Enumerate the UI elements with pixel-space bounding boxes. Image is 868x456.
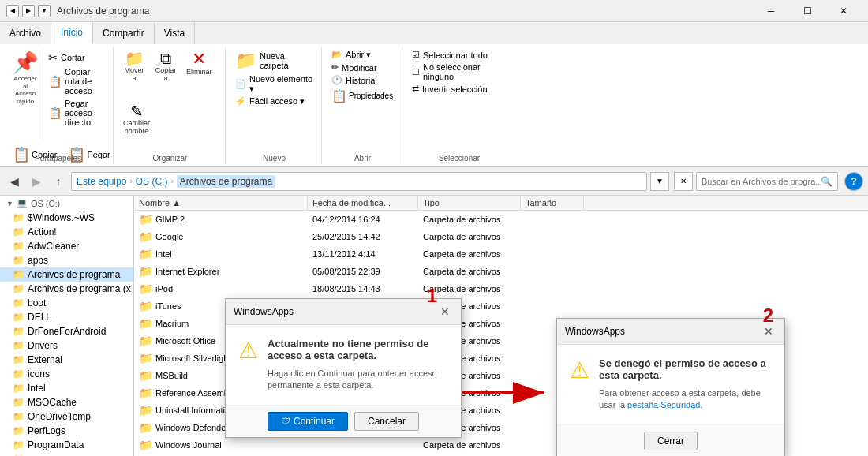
sidebar-item-action[interactable]: 📁 Action!	[0, 225, 133, 239]
sidebar-item-onedrivetemp[interactable]: 📁 OneDriveTemp	[0, 409, 133, 424]
sidebar-item-adwcleaner[interactable]: 📁 AdwCleaner	[0, 239, 133, 253]
back-icon[interactable]: ◀	[6, 5, 19, 17]
invertir-seleccion-button[interactable]: ⇄Invertir selección	[409, 83, 491, 95]
ribbon-content: 📌 Acceder alAcceso rápido ✂Cortar 📋Copia…	[0, 44, 868, 166]
sidebar-os-c-section[interactable]: ▼ 💻 OS (C:)	[0, 196, 133, 211]
sidebar-item-intel-label: Intel	[28, 383, 46, 394]
sidebar-item-apps[interactable]: 📁 apps	[0, 253, 133, 267]
breadcrumb-este-equipo[interactable]: Este equipo	[77, 176, 126, 187]
nav-bar: ◀ ▶ ↑ Este equipo › OS (C:) › Archivos d…	[0, 167, 868, 196]
sidebar-toggle: ▼	[6, 200, 13, 207]
dialog-1: WindowsApps ✕ ⚠ Actualmente no tiene per…	[225, 298, 462, 438]
back-nav-button[interactable]: ◀	[5, 172, 24, 191]
folder-icon: 📁	[139, 369, 152, 382]
minimize-button[interactable]: ─	[753, 0, 789, 22]
mover-button[interactable]: 📁 Movera	[120, 49, 148, 84]
no-seleccionar-button[interactable]: ☐No seleccionar ninguno	[409, 62, 510, 82]
sidebar-item-boot[interactable]: 📁 boot	[0, 296, 133, 310]
folder-icon: 📁	[13, 439, 24, 450]
copiar-button[interactable]: ✂Cortar	[45, 50, 108, 65]
cambiar-nombre-button[interactable]: ✎ Cambiarnombre	[120, 102, 153, 136]
sidebar-item-swindows[interactable]: 📁 $Windows.~WS	[0, 211, 133, 225]
facil-acceso-button[interactable]: ⚡Fácil acceso ▾	[232, 95, 308, 107]
propiedades-button[interactable]: 📋Propiedades	[328, 87, 396, 105]
breadcrumb-os-c[interactable]: OS (C:)	[136, 176, 168, 187]
organizar-content: 📁 Movera ⧉ Copiara ✕ Eliminar ✎ Cambiarn…	[120, 49, 220, 163]
tab-inicio[interactable]: Inicio	[51, 22, 93, 44]
dropdown-arrow-button[interactable]: ▼	[650, 172, 669, 191]
tab-compartir[interactable]: Compartir	[93, 22, 155, 44]
historial-button[interactable]: 🕐Historial	[328, 74, 380, 86]
maximize-button[interactable]: ☐	[789, 0, 825, 22]
continuar-button[interactable]: 🛡 Continuar	[268, 412, 348, 431]
folder-icon: 📁	[139, 213, 152, 226]
help-button[interactable]: ?	[844, 172, 863, 191]
shield-icon: 🛡	[281, 416, 290, 427]
col-nombre[interactable]: Nombre ▲	[134, 196, 308, 210]
abrir-content: 📂Abrir ▾ ✏Modificar 🕐Historial 📋Propieda…	[328, 49, 397, 163]
sidebar-item-perflogs[interactable]: 📁 PerfLogs	[0, 424, 133, 438]
up-nav-button[interactable]: ↑	[49, 172, 68, 191]
sidebar-item-archivos[interactable]: 📁 Archivos de programa	[0, 267, 133, 282]
sidebar-item-drfone[interactable]: 📁 DrFoneForAndroid	[0, 324, 133, 338]
sidebar-item-icons[interactable]: 📁 icons	[0, 367, 133, 381]
file-name: GIMP 2	[155, 215, 185, 224]
search-input[interactable]	[702, 177, 821, 186]
file-row[interactable]: 📁Google25/02/2015 14:42Carpeta de archiv…	[134, 228, 868, 245]
folder-icon: 📁	[139, 352, 152, 364]
sidebar-item-drivers[interactable]: 📁 Drivers	[0, 338, 133, 353]
cancelar-button[interactable]: Cancelar	[354, 412, 419, 431]
acceso-rapido-button[interactable]: 📌 Acceder alAcceso rápido	[8, 49, 43, 140]
folder-icon: 📁	[13, 383, 24, 394]
file-row[interactable]: 📁iPod18/08/2015 14:43Carpeta de archivos	[134, 280, 868, 297]
file-row[interactable]: 📁GIMP 204/12/2014 16:24Carpeta de archiv…	[134, 211, 868, 228]
col-fecha[interactable]: Fecha de modifica...	[308, 196, 418, 210]
pegar-acceso-button[interactable]: 📋Pegar acceso directo	[45, 98, 108, 128]
abrir-button[interactable]: 📂Abrir ▾	[328, 49, 374, 61]
nueva-carpeta-button[interactable]: 📁Nuevacarpeta	[232, 49, 292, 73]
file-date: 25/02/2015 14:42	[308, 230, 418, 243]
dialog-1-title-bar: WindowsApps ✕	[226, 299, 461, 325]
forward-icon[interactable]: ▶	[22, 5, 35, 17]
eliminar-button[interactable]: ✕ Eliminar	[183, 49, 215, 77]
main-layout: ▼ 💻 OS (C:) 📁 $Windows.~WS 📁 Action! 📁 A…	[0, 196, 868, 456]
file-name: Intel	[155, 249, 172, 259]
seguridad-link[interactable]: pestaña Seguridad	[627, 400, 700, 409]
modificar-button[interactable]: ✏Modificar	[328, 62, 380, 73]
sidebar-item-archivos-x[interactable]: 📁 Archivos de programa (x	[0, 282, 133, 296]
folder-icon: 📁	[13, 212, 24, 223]
sidebar-item-icons-label: icons	[28, 368, 50, 379]
folder-icon: 📁	[13, 226, 24, 237]
sidebar-item-sources[interactable]: 📁 sources	[0, 452, 133, 456]
file-row[interactable]: 📁Internet Explorer05/08/2015 22:39Carpet…	[134, 263, 868, 280]
copiar-ruta-button[interactable]: 📋Copiar ruta de acceso	[45, 66, 108, 96]
folder-icon: 📁	[13, 340, 24, 351]
tab-archivo[interactable]: Archivo	[0, 22, 51, 44]
sidebar-item-external[interactable]: 📁 External	[0, 353, 133, 367]
dialog-1-close-button[interactable]: ✕	[437, 304, 453, 320]
breadcrumb: Este equipo › OS (C:) › Archivos de prog…	[71, 172, 647, 191]
recent-icon[interactable]: ▼	[38, 5, 51, 17]
folder-icon: 📁	[13, 283, 24, 294]
file-name: Internet Explorer	[155, 267, 219, 276]
file-row[interactable]: 📁Intel13/11/2012 4:14Carpeta de archivos	[134, 245, 868, 263]
copiar-a-button[interactable]: ⧉ Copiara	[152, 49, 180, 84]
sidebar-item-dell[interactable]: 📁 DELL	[0, 310, 133, 324]
file-date	[308, 443, 418, 447]
nuevo-elemento-button[interactable]: 📄Nuevo elemento ▾	[232, 73, 316, 95]
seleccionar-todo-button[interactable]: ☑Seleccionar todo	[409, 49, 491, 61]
refresh-button[interactable]: ✕	[674, 172, 693, 191]
sidebar-item-intel[interactable]: 📁 Intel	[0, 381, 133, 395]
col-tipo[interactable]: Tipo	[418, 196, 521, 210]
sidebar-item-programdata[interactable]: 📁 ProgramData	[0, 438, 133, 452]
sidebar-item-msocache[interactable]: 📁 MSOCache	[0, 395, 133, 409]
breadcrumb-current[interactable]: Archivos de programa	[177, 175, 275, 188]
folder-icon: 📁	[13, 269, 24, 280]
ribbon-group-nuevo: 📁Nuevacarpeta 📄Nuevo elemento ▾ ⚡Fácil a…	[227, 47, 322, 164]
close-button[interactable]: ✕	[825, 0, 862, 22]
col-tamano[interactable]: Tamaño	[521, 196, 584, 210]
sidebar: ▼ 💻 OS (C:) 📁 $Windows.~WS 📁 Action! 📁 A…	[0, 196, 134, 456]
cerrar-button[interactable]: Cerrar	[644, 432, 698, 450]
tab-vista[interactable]: Vista	[155, 22, 195, 44]
forward-nav-button[interactable]: ▶	[27, 172, 46, 191]
